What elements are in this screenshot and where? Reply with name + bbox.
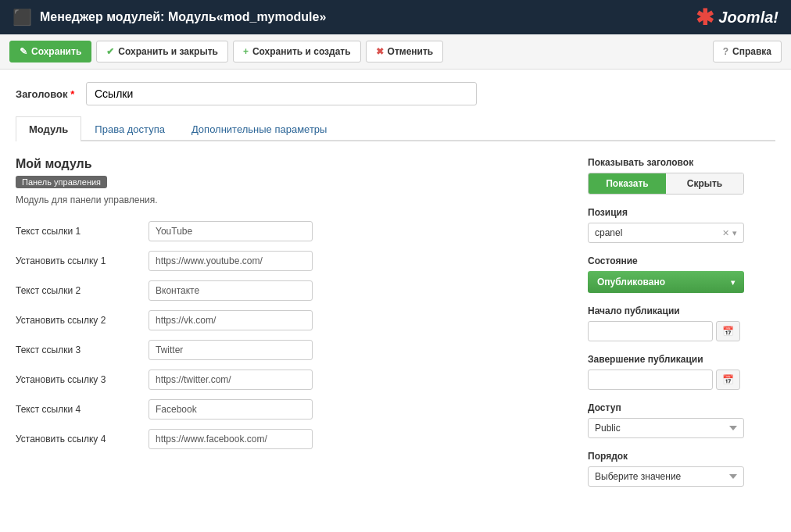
main-content: Заголовок * Модуль Права доступа Дополни… (0, 70, 791, 532)
tab-module[interactable]: Модуль (16, 116, 81, 141)
show-button[interactable]: Показать (589, 173, 666, 194)
link-text-label-1: Текст ссылки 1 (16, 226, 141, 237)
save-icon: ✎ (20, 46, 27, 57)
link-text-label-4: Текст ссылки 4 (16, 404, 141, 415)
show-hide-toggle: Показать Скрыть (588, 173, 744, 195)
calendar-icon: 📅 (722, 326, 734, 337)
link-url-group-2: Установить ссылку 2 (16, 310, 564, 330)
link-text-input-2[interactable] (149, 280, 313, 301)
link-url-group-1: Установить ссылку 1 (16, 251, 564, 271)
order-section: Порядок Выберите значение (588, 451, 775, 487)
cancel-button[interactable]: ✖ Отменить (366, 41, 444, 62)
right-column: Показывать заголовок Показать Скрыть Поз… (588, 157, 775, 499)
chevron-down-icon: ▾ (732, 228, 737, 238)
link-text-group-1: Текст ссылки 1 (16, 221, 564, 241)
position-icons: ✕ ▾ (722, 228, 737, 238)
module-description: Модуль для панели управления. (16, 195, 564, 205)
page-title: Менеджер модулей: Модуль«mod_mymodule» (40, 10, 326, 24)
pub-start-input[interactable] (588, 321, 713, 341)
toolbar-right: ? Справка (713, 41, 782, 62)
position-field[interactable]: cpanel ✕ ▾ (588, 223, 744, 243)
access-select[interactable]: Public Registered Special (588, 418, 744, 438)
link-url-label-3: Установить ссылку 3 (16, 374, 141, 385)
toolbar-left: ✎ Сохранить ✔ Сохранить и закрыть + Сохр… (9, 41, 443, 62)
status-arrow-icon: ▾ (731, 278, 735, 287)
joomla-logo: ✱ Joomla! (696, 5, 778, 30)
link-url-input-4[interactable] (149, 429, 313, 449)
save-close-icon: ✔ (106, 46, 114, 57)
link-text-group-4: Текст ссылки 4 (16, 399, 564, 420)
pub-end-calendar-button[interactable]: 📅 (716, 370, 740, 390)
pub-start-calendar-button[interactable]: 📅 (716, 321, 740, 341)
show-title-label: Показывать заголовок (588, 157, 775, 168)
link-text-group-3: Текст ссылки 3 (16, 340, 564, 360)
title-row: Заголовок * (16, 82, 775, 105)
save-new-icon: + (243, 46, 249, 57)
tab-access[interactable]: Права доступа (81, 116, 178, 141)
pub-end-section: Завершение публикации 📅 (588, 354, 775, 390)
save-close-label: Сохранить и закрыть (118, 46, 218, 57)
order-select[interactable]: Выберите значение (588, 466, 744, 487)
link-text-input-4[interactable] (149, 399, 313, 420)
pub-end-field: 📅 (588, 370, 775, 390)
link-url-label-1: Установить ссылку 1 (16, 255, 141, 266)
access-section: Доступ Public Registered Special (588, 402, 775, 438)
joomla-logo-text: Joomla! (718, 9, 778, 27)
cancel-icon: ✖ (376, 46, 384, 57)
pub-end-label: Завершение публикации (588, 354, 775, 365)
link-url-input-2[interactable] (149, 310, 313, 330)
link-url-input-1[interactable] (149, 251, 313, 271)
title-label: Заголовок * (16, 88, 78, 100)
calendar-end-icon: 📅 (722, 374, 734, 385)
title-input[interactable] (86, 82, 477, 105)
link-url-label-2: Установить ссылку 2 (16, 315, 141, 326)
help-icon: ? (723, 46, 728, 57)
link-text-input-3[interactable] (149, 340, 313, 360)
required-marker: * (70, 88, 74, 100)
module-title: Мой модуль (16, 157, 564, 171)
help-label: Справка (732, 46, 771, 57)
link-url-group-3: Установить ссылку 3 (16, 370, 564, 390)
status-value: Опубликовано (597, 277, 665, 287)
link-text-label-3: Текст ссылки 3 (16, 345, 141, 355)
pub-start-label: Начало публикации (588, 305, 775, 316)
show-title-section: Показывать заголовок Показать Скрыть (588, 157, 775, 195)
left-column: Мой модуль Панель управления Модуль для … (16, 157, 564, 499)
help-button[interactable]: ? Справка (713, 41, 782, 62)
header-title: ⬛ Менеджер модулей: Модуль«mod_mymodule» (13, 8, 326, 27)
link-url-label-4: Установить ссылку 4 (16, 434, 141, 445)
save-new-button[interactable]: + Сохранить и создать (233, 41, 361, 62)
hide-button[interactable]: Скрыть (666, 173, 743, 194)
pub-end-input[interactable] (588, 370, 713, 390)
save-label: Сохранить (31, 46, 81, 57)
joomla-star-icon: ✱ (696, 5, 714, 30)
status-button[interactable]: Опубликовано ▾ (588, 271, 744, 293)
save-button[interactable]: ✎ Сохранить (9, 41, 91, 62)
order-label: Порядок (588, 451, 775, 462)
position-label: Позиция (588, 207, 775, 218)
cancel-label: Отменить (388, 46, 434, 57)
tab-advanced[interactable]: Дополнительные параметры (178, 116, 341, 141)
link-url-input-3[interactable] (149, 370, 313, 390)
pub-start-section: Начало публикации 📅 (588, 305, 775, 341)
header-bar: ⬛ Менеджер модулей: Модуль«mod_mymodule»… (0, 0, 791, 34)
position-section: Позиция cpanel ✕ ▾ (588, 207, 775, 243)
clear-icon: ✕ (722, 228, 729, 238)
link-url-group-4: Установить ссылку 4 (16, 429, 564, 449)
save-close-button[interactable]: ✔ Сохранить и закрыть (96, 41, 228, 62)
status-label: Состояние (588, 255, 775, 266)
module-badge: Панель управления (16, 176, 107, 188)
pub-start-field: 📅 (588, 321, 775, 341)
content-columns: Мой модуль Панель управления Модуль для … (16, 157, 775, 499)
link-text-label-2: Текст ссылки 2 (16, 285, 141, 296)
link-text-input-1[interactable] (149, 221, 313, 241)
puzzle-icon: ⬛ (13, 8, 32, 27)
access-label: Доступ (588, 402, 775, 413)
link-text-group-2: Текст ссылки 2 (16, 280, 564, 301)
link-fields-container: Текст ссылки 1 Установить ссылку 1 Текст… (16, 221, 564, 449)
toolbar: ✎ Сохранить ✔ Сохранить и закрыть + Сохр… (0, 34, 791, 70)
status-section: Состояние Опубликовано ▾ (588, 255, 775, 293)
tabs: Модуль Права доступа Дополнительные пара… (16, 116, 775, 141)
title-label-text: Заголовок (16, 88, 68, 100)
position-value: cpanel (595, 227, 622, 238)
